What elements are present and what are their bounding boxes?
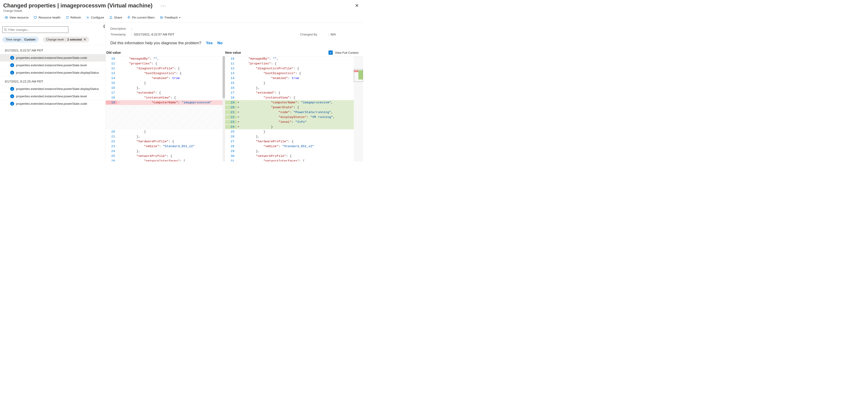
command-bar: View resourceResource healthRefreshConfi… <box>0 13 363 23</box>
diff-line: 11 "properties": { <box>225 61 354 66</box>
remove-filter-icon[interactable] <box>84 38 86 41</box>
info-icon <box>10 94 14 98</box>
feedback-yes[interactable]: Yes <box>206 41 213 45</box>
label-changedby: Changed By <box>300 33 328 36</box>
svg-point-4 <box>162 17 162 18</box>
value-changedby: N/A <box>331 33 359 36</box>
diff-line: 13 "bootDiagnostics": { <box>106 71 225 76</box>
diff-line: 26 }, <box>225 134 354 139</box>
overview-ruler[interactable] <box>354 56 363 162</box>
svg-point-5 <box>4 29 6 30</box>
diff-line: 21 }, <box>106 134 225 139</box>
diff-line: 19- "computerName": "imageprocessvm" <box>106 100 225 105</box>
diff-line: 11 "properties": { <box>106 61 225 66</box>
pin-button[interactable]: Pin current filters <box>127 16 155 19</box>
diff-line: 26 "networkInterfaces": [ <box>106 159 225 162</box>
diff-line: 10 "managedBy": "", <box>225 56 354 61</box>
diff-line: 15 } <box>106 80 225 86</box>
filter-input-wrapper[interactable] <box>2 26 68 33</box>
value-timestamp: 03/17/2021, 6:22:57 AM PDT <box>134 33 300 36</box>
full-context-label: View Full Context <box>335 51 359 55</box>
info-icon <box>10 63 14 67</box>
changed-property-row[interactable]: properties.extended.instanceView.powerSt… <box>0 54 105 61</box>
change-group-header: 3/17/2021, 6:22:25 AM PDT <box>0 76 105 85</box>
diff-line: 14 "enabled": true <box>225 76 354 80</box>
diff-line: 27 "hardwareProfile": { <box>225 139 354 144</box>
diff-line: 12 "diagnosticsProfile": { <box>225 66 354 71</box>
collapse-pane-icon[interactable]: ⟨⟨ <box>103 24 104 29</box>
info-icon <box>10 56 14 60</box>
diff-filler <box>106 105 225 129</box>
filter-pill-timerange[interactable]: Time range : Custom <box>2 37 39 42</box>
chevron-down-icon: ▾ <box>179 16 180 19</box>
diff-line: 12 "diagnosticsProfile": { <box>106 66 225 71</box>
diff-line: 19+ "computerName": "imageprocessvm", <box>225 100 354 105</box>
close-icon[interactable]: ✕ <box>354 3 360 8</box>
svg-point-1 <box>6 17 7 18</box>
feedback-no[interactable]: No <box>217 41 223 45</box>
old-value-header: Old value <box>106 51 225 55</box>
diff-line: 18 "instanceView": { <box>225 95 354 100</box>
diff-line: 24 }, <box>106 149 225 154</box>
change-detail-pane: Description : Timestamp : 03/17/2021, 6:… <box>106 23 363 163</box>
info-icon <box>10 102 14 106</box>
diff-line: 25 "networkProfile": { <box>106 154 225 159</box>
diff-line: 16 }, <box>225 86 354 90</box>
diff-line: 23+ "level": "Info" <box>225 120 354 125</box>
diff-new-column: 10 "managedBy": "",11 "properties": {12 … <box>225 56 354 162</box>
changed-property-row[interactable]: properties.extended.instanceView.powerSt… <box>0 61 105 69</box>
configure-button[interactable]: Configure <box>86 16 104 19</box>
feedback-button[interactable]: Feedback▾ <box>160 16 180 19</box>
diff-line: 17 "extended": { <box>225 90 354 95</box>
diff-line: 17 "extended": { <box>106 90 225 95</box>
diff-line: 20+ "powerState": { <box>225 105 354 110</box>
diff-line: 31 "networkInterfaces": [ <box>225 159 354 162</box>
label-timestamp: Timestamp <box>111 33 131 36</box>
svg-line-6 <box>6 30 7 31</box>
changed-property-row[interactable]: properties.extended.instanceView.powerSt… <box>0 69 105 76</box>
changes-list-pane: ⟨⟨ Time range : Custom Change level : 2 … <box>0 23 106 163</box>
search-icon <box>4 28 7 31</box>
svg-point-3 <box>160 16 161 18</box>
diff-line: 15 } <box>225 80 354 86</box>
svg-point-0 <box>5 16 8 18</box>
filter-input[interactable] <box>8 28 67 32</box>
feedback-question: Did this information help you diagnose t… <box>111 41 201 45</box>
diff-line: 18 "instanceView": { <box>106 95 225 100</box>
resource-health-button[interactable]: Resource health <box>34 16 61 19</box>
page-title: Changed properties | imageprocessvm (Vir… <box>3 2 153 9</box>
change-group-header: 3/17/2021, 6:22:57 AM PDT <box>0 45 105 54</box>
info-icon <box>10 71 14 75</box>
breadcrumb: Change Details <box>3 9 360 12</box>
diff-line: 20 } <box>106 129 225 134</box>
diff-line: 13 "bootDiagnostics": { <box>225 71 354 76</box>
diff-line: 24+ } <box>225 125 354 129</box>
diff-old-column: 10 "managedBy": "",11 "properties": {12 … <box>106 56 225 162</box>
info-icon <box>10 87 14 91</box>
refresh-button[interactable]: Refresh <box>66 16 81 19</box>
diff-line: 14 "enabled": true <box>106 76 225 80</box>
more-menu-icon[interactable]: ··· <box>161 3 166 8</box>
value-description <box>134 27 300 30</box>
diff-line: 29 }, <box>225 149 354 154</box>
diff-line: 22 "hardwareProfile": { <box>106 139 225 144</box>
new-value-header: New value <box>225 51 329 55</box>
scrollbar-old[interactable] <box>223 56 225 162</box>
svg-point-2 <box>87 17 88 18</box>
changed-property-row[interactable]: properties.extended.instanceView.powerSt… <box>0 93 105 100</box>
share-button[interactable]: Share <box>109 16 122 19</box>
diff-line: 22+ "displayStatus": "VM running", <box>225 115 354 120</box>
changed-property-row[interactable]: properties.extended.instanceView.powerSt… <box>0 85 105 93</box>
full-context-checkbox[interactable] <box>329 51 333 55</box>
diff-line: 25 } <box>225 129 354 134</box>
filter-pill-changelevel[interactable]: Change level : 2 selected <box>43 37 89 42</box>
diff-line: 23 "vmSize": "Standard_DS1_v2" <box>106 144 225 149</box>
diff-line: 28 "vmSize": "Standard_DS1_v2" <box>225 144 354 149</box>
view-resource-button[interactable]: View resource <box>5 16 29 19</box>
label-description: Description <box>111 27 131 30</box>
diff-line: 10 "managedBy": "", <box>106 56 225 61</box>
diff-line: 30 "networkProfile": { <box>225 154 354 159</box>
changed-property-row[interactable]: properties.extended.instanceView.powerSt… <box>0 100 105 107</box>
diff-line: 16 }, <box>106 86 225 90</box>
diff-line: 21+ "code": "PowerState/running", <box>225 110 354 115</box>
